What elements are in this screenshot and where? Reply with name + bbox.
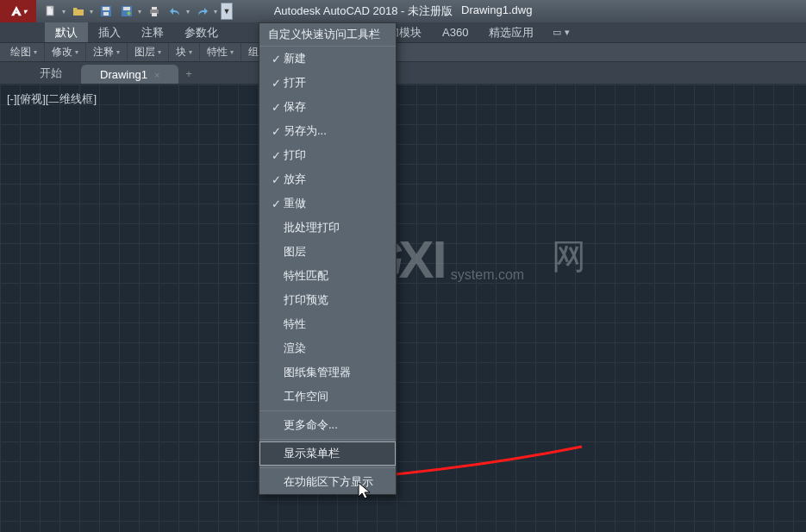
menu-item-open[interactable]: ✓打开 — [259, 71, 396, 95]
menu-item-new[interactable]: ✓新建 — [259, 47, 396, 71]
doc-tab-drawing1[interactable]: Drawing1× — [81, 65, 178, 84]
menu-item-layer[interactable]: 图层 — [259, 240, 396, 264]
box-icon: ▭ — [553, 27, 561, 38]
svg-rect-2 — [103, 7, 109, 10]
panel-label: 组 — [248, 45, 259, 59]
drawing-area[interactable]: [-][俯视][二维线框] — [0, 84, 806, 532]
svg-rect-0 — [47, 6, 53, 16]
menu-item-label: 更多命令... — [284, 417, 387, 433]
menu-item-show-menubar[interactable]: 显示菜单栏 — [259, 441, 396, 466]
print-icon — [147, 4, 161, 18]
chevron-down-icon[interactable]: ▾ — [184, 8, 191, 16]
menu-item-label: 保存 — [284, 99, 387, 115]
menu-item-label: 显示菜单栏 — [284, 446, 387, 461]
save-icon — [99, 4, 113, 18]
svg-rect-7 — [152, 7, 157, 9]
menu-item-match-props[interactable]: 特性匹配 — [259, 264, 396, 288]
menu-item-save[interactable]: ✓保存 — [259, 95, 396, 119]
chevron-down-icon: ▾ — [158, 48, 161, 56]
menu-item-label: 打开 — [284, 75, 387, 91]
ribbon-tab-label: 插入 — [98, 25, 121, 41]
ribbon-tab-label: 参数化 — [184, 25, 218, 41]
menu-item-sheet-set-mgr[interactable]: 图纸集管理器 — [259, 360, 396, 385]
ribbon-tab-annotate[interactable]: 注释 — [131, 22, 174, 42]
doc-tab-start[interactable]: 开始 — [21, 62, 81, 84]
title-bar: ▾ ▾ ▾ ▾ ▾ ▾ ▼ Autodesk AutoCAD 2018 - 未注… — [0, 0, 806, 22]
menu-item-label: 图层 — [284, 244, 387, 260]
menu-item-label: 渲染 — [284, 341, 387, 356]
app-title-text: Autodesk AutoCAD 2018 - 未注册版 — [274, 3, 453, 19]
menu-item-label: 工作空间 — [284, 389, 387, 404]
doc-tab-label: Drawing1 — [100, 68, 147, 81]
menu-item-properties[interactable]: 特性 — [259, 312, 396, 336]
chevron-down-icon[interactable]: ▾ — [88, 8, 95, 16]
ribbon-tab-a360[interactable]: A360 — [432, 22, 478, 42]
qat-customize-menu: 自定义快速访问工具栏 ✓新建 ✓打开 ✓保存 ✓另存为... ✓打印 ✓放弃 ✓… — [259, 22, 397, 495]
chevron-down-icon: ▾ — [189, 48, 192, 56]
close-icon[interactable]: × — [154, 70, 159, 80]
ribbon-tab-label: 精选应用 — [489, 25, 534, 41]
autocad-a-icon — [9, 4, 23, 18]
menu-item-print[interactable]: ✓打印 — [259, 143, 396, 167]
menu-item-label: 新建 — [284, 51, 387, 66]
qat-print-button[interactable] — [145, 3, 164, 20]
checkmark-icon: ✓ — [268, 197, 284, 210]
quick-access-toolbar: ▾ ▾ ▾ ▾ ▾ ▼ — [36, 3, 238, 20]
chevron-down-icon[interactable]: ▾ — [60, 8, 67, 16]
ribbon-tab-parametric[interactable]: 参数化 — [174, 22, 228, 42]
ribbon-minimize-button[interactable]: ▭▾ — [553, 22, 570, 42]
menu-item-show-below-ribbon[interactable]: 在功能区下方显示 — [259, 470, 396, 494]
ribbon-tab-default[interactable]: 默认 — [45, 22, 88, 42]
menu-separator — [259, 410, 396, 411]
ribbon-tab-insert[interactable]: 插入 — [88, 22, 131, 42]
viewport-label[interactable]: [-][俯视][二维线框] — [7, 91, 97, 107]
menu-item-more-commands[interactable]: 更多命令... — [259, 413, 396, 437]
menu-item-undo[interactable]: ✓放弃 — [259, 167, 396, 191]
menu-item-plot-preview[interactable]: 打印预览 — [259, 288, 396, 312]
menu-item-workspace[interactable]: 工作空间 — [259, 385, 396, 409]
panel-modify[interactable]: 修改▾ — [45, 43, 86, 61]
svg-rect-8 — [152, 13, 157, 16]
chevron-down-icon: ▾ — [116, 48, 120, 56]
checkmark-icon: ✓ — [268, 125, 284, 138]
panel-block[interactable]: 块▾ — [169, 43, 200, 61]
svg-rect-5 — [123, 7, 130, 10]
menu-item-label: 放弃 — [284, 172, 387, 187]
panel-annotation[interactable]: 注释▾ — [86, 43, 128, 61]
saveas-icon — [120, 4, 134, 18]
qat-undo-button[interactable] — [166, 3, 184, 20]
doc-tab-new-button[interactable]: + — [178, 64, 199, 84]
ribbon-tab-label: 注释 — [141, 25, 164, 41]
menu-item-label: 打印 — [284, 147, 387, 163]
qat-open-button[interactable] — [69, 3, 88, 20]
plus-icon: + — [185, 67, 192, 80]
menu-item-batch-plot[interactable]: 批处理打印 — [259, 216, 396, 240]
panel-label: 块 — [176, 45, 186, 59]
redo-icon — [196, 4, 209, 18]
menu-item-saveas[interactable]: ✓另存为... — [259, 119, 396, 143]
panel-draw[interactable]: 绘图▾ — [3, 43, 45, 61]
undo-icon — [168, 4, 182, 18]
qat-customize-dropdown-button[interactable]: ▼ — [221, 3, 233, 20]
chevron-down-icon[interactable]: ▾ — [136, 8, 143, 16]
ribbon-tab-featured[interactable]: 精选应用 — [478, 22, 544, 42]
panel-label: 绘图 — [10, 45, 31, 59]
chevron-down-icon[interactable]: ▾ — [212, 8, 219, 16]
menu-item-render[interactable]: 渲染 — [259, 336, 396, 360]
menu-item-label: 另存为... — [284, 123, 387, 139]
checkmark-icon: ✓ — [268, 173, 284, 186]
qat-redo-button[interactable] — [193, 3, 212, 20]
menu-item-redo[interactable]: ✓重做 — [259, 191, 396, 216]
checkmark-icon: ✓ — [268, 101, 284, 114]
qat-new-button[interactable] — [41, 3, 60, 20]
ribbon-tab-label: 默认 — [55, 25, 78, 41]
qat-save-button[interactable] — [97, 3, 116, 20]
panel-properties[interactable]: 特性▾ — [200, 43, 241, 61]
menu-item-label: 特性 — [284, 316, 387, 332]
panel-label: 特性 — [207, 45, 228, 59]
qat-saveas-button[interactable] — [117, 3, 136, 20]
panel-layers[interactable]: 图层▾ — [128, 43, 169, 61]
open-icon — [72, 4, 85, 18]
chevron-down-icon: ▾ — [34, 48, 37, 56]
app-logo[interactable]: ▾ — [0, 0, 36, 22]
